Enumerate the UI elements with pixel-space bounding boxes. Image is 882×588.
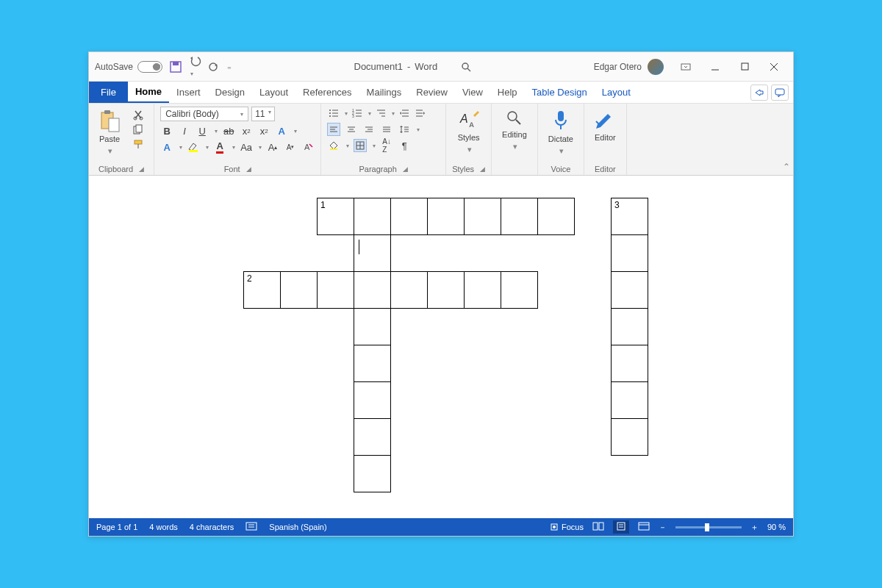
increase-indent-icon[interactable] <box>414 107 427 120</box>
tab-review[interactable]: Review <box>409 82 455 103</box>
read-mode-icon[interactable] <box>592 522 604 532</box>
cell-r7-c1[interactable] <box>354 456 391 492</box>
clipboard-launcher-icon[interactable]: ◢ <box>139 165 144 173</box>
cell-r2-c8[interactable] <box>612 272 648 309</box>
focus-mode[interactable]: Focus <box>550 523 584 531</box>
cell-r2-cm2[interactable]: 2 <box>244 272 281 309</box>
numbering-icon[interactable]: 123 <box>351 107 364 120</box>
tab-insert[interactable]: Insert <box>169 82 208 103</box>
cell-r5-c8[interactable] <box>612 382 648 419</box>
user-account[interactable]: Edgar Otero <box>594 59 664 75</box>
document-area[interactable]: 1 3 <box>89 176 793 518</box>
status-language[interactable]: Spanish (Spain) <box>269 523 326 531</box>
autosave-toggle[interactable]: AutoSave Off <box>95 61 162 73</box>
redo-icon[interactable] <box>208 62 218 72</box>
justify-icon[interactable] <box>380 123 393 136</box>
paragraph-launcher-icon[interactable]: ◢ <box>403 165 408 173</box>
search-icon[interactable] <box>461 62 471 72</box>
maximize-button[interactable] <box>731 56 758 78</box>
tab-help[interactable]: Help <box>490 82 525 103</box>
dictate-button[interactable]: Dictate▾ <box>544 107 578 159</box>
align-left-icon[interactable] <box>327 123 340 136</box>
cell-r0-c5[interactable] <box>501 198 538 235</box>
cell-r6-c1[interactable] <box>354 419 391 456</box>
grow-font-icon[interactable]: A▴ <box>266 140 279 154</box>
text-effects-icon[interactable]: A <box>275 124 288 137</box>
cell-r0-c6[interactable] <box>538 198 575 235</box>
cell-r0-c8[interactable]: 3 <box>612 198 648 235</box>
cell-r0-c3[interactable] <box>428 198 465 235</box>
cell-r0-c0[interactable]: 1 <box>318 198 354 235</box>
cell-r2-cm1[interactable] <box>281 272 318 309</box>
undo-icon[interactable]: ▾ <box>189 55 201 79</box>
cell-r2-c1[interactable] <box>354 272 391 309</box>
tab-references[interactable]: References <box>295 82 359 103</box>
italic-icon[interactable]: I <box>178 124 191 137</box>
share-button[interactable] <box>750 85 768 101</box>
cell-r1-c8[interactable] <box>612 235 648 272</box>
font-style-icon[interactable]: A <box>160 140 173 154</box>
web-layout-icon[interactable] <box>638 522 650 532</box>
spellcheck-icon[interactable] <box>245 522 257 532</box>
save-icon[interactable] <box>170 61 182 73</box>
font-launcher-icon[interactable]: ◢ <box>246 165 251 173</box>
cut-icon[interactable] <box>132 108 145 121</box>
shrink-font-icon[interactable]: A▾ <box>284 140 297 154</box>
cell-r2-c3[interactable] <box>428 272 465 309</box>
copy-icon[interactable] <box>132 123 145 136</box>
cell-r3-c1[interactable] <box>354 309 391 345</box>
strikethrough-icon[interactable]: ab <box>222 124 235 137</box>
font-name-select[interactable]: Calibri (Body)▾ <box>160 107 248 121</box>
decrease-indent-icon[interactable] <box>398 107 411 120</box>
cell-r0-c4[interactable] <box>465 198 501 235</box>
clear-formatting-icon[interactable]: A <box>301 140 315 154</box>
align-center-icon[interactable] <box>345 123 358 136</box>
tab-design[interactable]: Design <box>208 82 252 103</box>
shading-icon[interactable] <box>327 139 340 152</box>
cell-r1-c1[interactable] <box>354 235 391 272</box>
underline-icon[interactable]: U <box>196 124 209 137</box>
status-words[interactable]: 4 words <box>149 523 178 531</box>
cell-r4-c1[interactable] <box>354 345 391 382</box>
tab-table-design[interactable]: Table Design <box>525 82 595 103</box>
styles-launcher-icon[interactable]: ◢ <box>480 165 485 173</box>
print-layout-icon[interactable] <box>613 520 629 534</box>
superscript-icon[interactable]: x2 <box>257 124 270 137</box>
paste-button[interactable]: Paste▾ <box>95 107 124 159</box>
change-case-icon[interactable]: Aa <box>240 140 253 154</box>
cell-r2-c4[interactable] <box>465 272 501 309</box>
editor-button[interactable]: Editor <box>590 107 620 145</box>
multilevel-list-icon[interactable] <box>374 107 387 120</box>
cell-r0-c1[interactable] <box>354 198 391 235</box>
zoom-in-icon[interactable]: ＋ <box>750 522 759 533</box>
zoom-slider[interactable] <box>675 526 742 528</box>
cell-r0-c2[interactable] <box>391 198 428 235</box>
bold-icon[interactable]: B <box>160 124 173 137</box>
cell-r3-c8[interactable] <box>612 309 648 345</box>
align-right-icon[interactable] <box>362 123 376 136</box>
borders-icon[interactable] <box>354 139 367 152</box>
tab-table-layout[interactable]: Layout <box>595 82 638 103</box>
comments-button[interactable] <box>771 85 789 101</box>
styles-button[interactable]: Aᴀ Styles▾ <box>452 107 485 157</box>
collapse-ribbon-icon[interactable]: ⌃ <box>783 162 790 172</box>
autosave-switch[interactable]: Off <box>137 61 162 73</box>
tab-mailings[interactable]: Mailings <box>359 82 409 103</box>
font-size-select[interactable]: 11▾ <box>251 107 275 121</box>
cell-r6-c8[interactable] <box>612 419 648 456</box>
zoom-out-icon[interactable]: － <box>659 522 667 533</box>
highlight-icon[interactable] <box>187 140 200 154</box>
tab-view[interactable]: View <box>455 82 490 103</box>
sort-icon[interactable]: A↓Z <box>380 139 393 152</box>
close-button[interactable] <box>761 56 787 78</box>
zoom-value[interactable]: 90 % <box>767 523 786 531</box>
format-painter-icon[interactable] <box>132 137 145 151</box>
show-marks-icon[interactable]: ¶ <box>398 139 411 152</box>
font-color-icon[interactable]: A <box>213 140 226 154</box>
ribbon-display-button[interactable] <box>673 56 699 78</box>
cell-r2-c2[interactable] <box>391 272 428 309</box>
status-page[interactable]: Page 1 of 1 <box>96 523 137 531</box>
tab-home[interactable]: Home <box>128 82 169 103</box>
line-spacing-icon[interactable] <box>398 123 411 136</box>
cell-r5-c1[interactable] <box>354 382 391 419</box>
